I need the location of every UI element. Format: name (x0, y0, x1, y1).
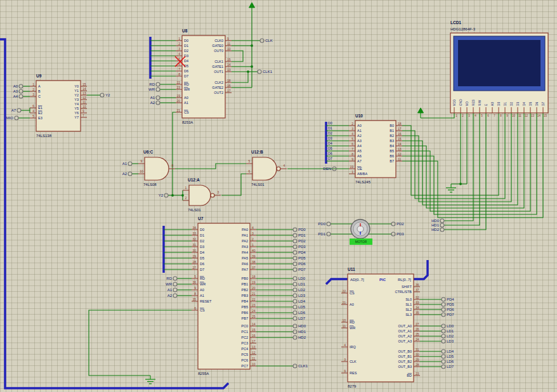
terminal-a1[interactable]: A1 (122, 162, 132, 166)
wire[interactable] (421, 113, 454, 118)
terminal-dot[interactable] (293, 277, 297, 280)
component-u10[interactable]: U1074LS2452A03A14A25A36A47A58A69A719CE1A… (349, 114, 402, 184)
gate-body[interactable] (189, 185, 211, 206)
terminal-a3[interactable]: A3 (13, 89, 23, 93)
terminal-pd4[interactable]: PD4 (442, 297, 454, 301)
terminal-pd0[interactable]: PD0 (293, 228, 306, 232)
terminal-pd5[interactable]: PD5 (442, 303, 454, 306)
schematic-canvas[interactable]: U974LS1381A2B3C6E14E25E315Y014Y113Y212Y3… (0, 0, 557, 392)
component-u12-a[interactable]: 312U12:A74LS01 (183, 178, 221, 212)
component-u11[interactable]: U11827922CS21A010RD11WR4IRQ3CLK9RES36SHI… (341, 267, 420, 388)
wire[interactable] (232, 72, 248, 82)
terminal-dot[interactable] (442, 324, 445, 328)
terminal-pd1[interactable]: PD1 (318, 232, 331, 236)
wire[interactable] (402, 113, 499, 195)
terminal-dot[interactable] (293, 324, 297, 328)
terminal-clk[interactable]: CLK (260, 39, 273, 42)
terminal-dot[interactable] (442, 350, 445, 353)
terminal-ld4[interactable]: LD4 (293, 299, 306, 303)
terminal-dot[interactable] (442, 313, 445, 317)
terminal-dot[interactable] (173, 277, 177, 280)
terminal-dot[interactable] (442, 297, 445, 301)
terminal-ld0[interactable]: LD0 (442, 324, 454, 328)
terminal-dot[interactable] (293, 256, 297, 260)
terminal-dot[interactable] (258, 70, 261, 74)
terminal-dot[interactable] (19, 84, 23, 88)
terminal-a2[interactable]: A2 (167, 294, 177, 297)
terminal-rd[interactable]: RD (149, 82, 160, 86)
terminal-hd1[interactable]: HD1 (431, 223, 444, 227)
ic-body[interactable] (182, 36, 225, 118)
terminal-pd2[interactable]: PD2 (391, 222, 404, 226)
wire[interactable] (232, 51, 243, 62)
schematic-svg[interactable]: U974LS1381A2B3C6E14E25E315Y014Y113Y212Y3… (0, 0, 557, 392)
terminal-pd3[interactable]: PD3 (391, 232, 404, 236)
terminal-dot[interactable] (442, 355, 445, 358)
terminal-dot[interactable] (128, 172, 132, 176)
terminal-dot[interactable] (442, 303, 445, 306)
terminal-dot[interactable] (156, 101, 160, 105)
terminal-dot[interactable] (173, 282, 177, 286)
terminal-clk1[interactable]: CLK1 (258, 70, 273, 74)
terminal-a2[interactable]: A2 (150, 101, 160, 105)
terminal-ld2[interactable]: LD2 (293, 288, 306, 292)
wire[interactable] (221, 174, 246, 195)
terminal-a1[interactable]: A1 (150, 96, 160, 100)
terminal-dot[interactable] (260, 39, 264, 42)
terminal-pd0[interactable]: PD0 (318, 222, 331, 226)
terminal-dot[interactable] (293, 268, 297, 271)
terminal-pd6[interactable]: PD6 (293, 262, 306, 266)
terminal-dot[interactable] (173, 294, 177, 297)
terminal-hd0[interactable]: HD0 (293, 324, 306, 328)
terminal-dot[interactable] (293, 251, 297, 254)
terminal-a0[interactable]: A0 (13, 84, 23, 88)
terminal-dot[interactable] (100, 93, 104, 97)
terminal-dot[interactable] (293, 364, 297, 368)
bus[interactable] (326, 279, 348, 284)
terminal-dot[interactable] (293, 262, 297, 266)
gate-body[interactable] (145, 157, 169, 180)
gate-body[interactable] (252, 157, 277, 180)
terminal-dot[interactable] (19, 89, 23, 93)
terminal-pd2[interactable]: PD2 (293, 239, 306, 243)
wire[interactable] (173, 112, 176, 195)
terminal-pd5[interactable]: PD5 (293, 256, 306, 260)
terminal-wr[interactable]: WR (166, 282, 177, 286)
terminal-dot[interactable] (293, 228, 297, 232)
terminal-dot[interactable] (442, 329, 445, 333)
component-motor[interactable]: MOTOR (350, 219, 372, 245)
terminal-clk1[interactable]: CLK1 (293, 364, 308, 368)
terminal-dot[interactable] (293, 299, 297, 303)
terminal-ld3[interactable]: LD3 (293, 294, 306, 297)
wire[interactable] (402, 113, 518, 205)
ground-symbol[interactable] (446, 184, 456, 192)
terminal-hd2[interactable]: HD2 (431, 228, 444, 232)
terminal-pd7[interactable]: PD7 (293, 268, 306, 271)
terminal-wr[interactable]: WR (148, 88, 160, 91)
terminal-ld6[interactable]: LD6 (293, 311, 306, 315)
terminal-dot[interactable] (293, 233, 297, 237)
terminal-dot[interactable] (173, 288, 177, 292)
terminal-dot[interactable] (156, 96, 160, 100)
terminal-dot[interactable] (293, 305, 297, 309)
terminal-dot[interactable] (442, 334, 445, 338)
terminal-dot[interactable] (293, 288, 297, 292)
terminal-a1[interactable]: A1 (167, 288, 177, 292)
terminal-dot[interactable] (156, 88, 160, 91)
component-u9[interactable]: U974LS1381A2B3C6E14E25E315Y014Y113Y212Y3… (30, 74, 87, 138)
wire[interactable] (402, 113, 524, 208)
terminal-dot[interactable] (293, 294, 297, 297)
component-u8[interactable]: U88253A1D02D13D24D35D46D57D68D722RD23WR1… (176, 29, 232, 124)
component-u6-c[interactable]: 8910U6:C74LS08 (138, 150, 175, 186)
power-symbol[interactable] (249, 3, 255, 13)
terminal-dot[interactable] (391, 232, 395, 236)
terminal-ld7[interactable]: LD7 (442, 365, 454, 369)
terminal-a2[interactable]: A2 (122, 172, 132, 176)
ground-symbol[interactable] (145, 376, 155, 384)
component-lcd1[interactable]: LCD1HDG12864F-3VDD1GND2VO3RES4R/W5E6A07D… (450, 20, 548, 117)
component-u7[interactable]: U78255A34D033D132D231D330D429D528D627D75… (192, 216, 256, 376)
terminal-dot[interactable] (442, 360, 445, 363)
terminal-hd1[interactable]: HD1 (293, 330, 306, 334)
terminal-rd[interactable]: RD (166, 277, 177, 280)
wire[interactable] (402, 113, 511, 202)
